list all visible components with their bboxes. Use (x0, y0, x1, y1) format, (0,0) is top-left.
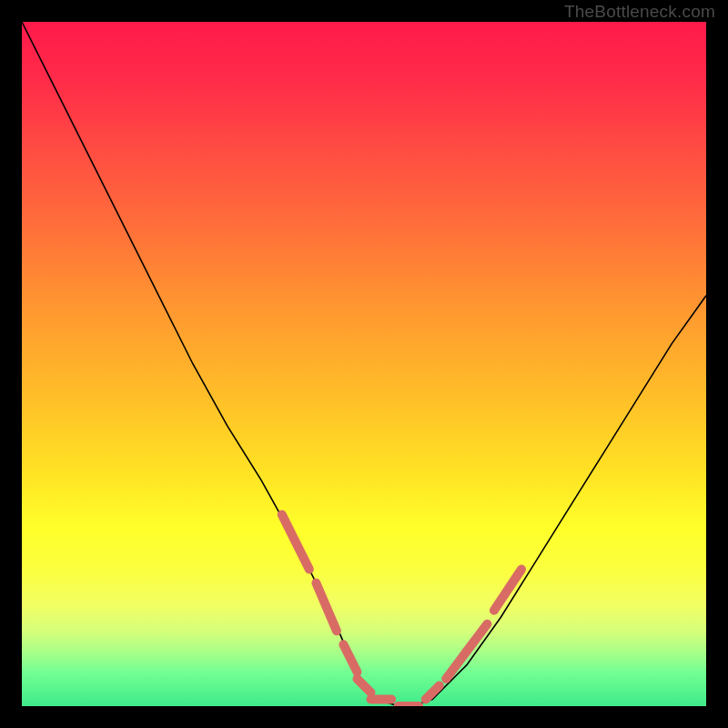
marker-dash (316, 583, 337, 632)
watermark-text: TheBottleneck.com (564, 2, 715, 22)
marker-dash (467, 624, 488, 652)
marker-dash (426, 685, 440, 699)
marker-dash (343, 644, 357, 672)
bottleneck-curve (22, 22, 706, 706)
plot-area (22, 22, 706, 706)
marker-dash (358, 679, 371, 693)
chart-frame: TheBottleneck.com (0, 0, 728, 728)
marker-dashes (282, 514, 521, 706)
curve-svg (22, 22, 706, 706)
marker-dash (282, 514, 309, 569)
